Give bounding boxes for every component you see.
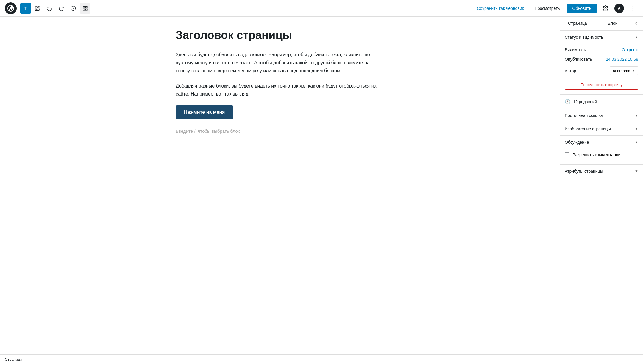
info-button[interactable] — [68, 3, 79, 14]
featured-image-section: Изображение страницы ▼ — [560, 122, 643, 136]
publish-row: Опубликовать 24.03.2022 10:58 — [565, 54, 638, 64]
undo-button[interactable] — [44, 3, 55, 14]
sidebar-tabs: Страница Блок × — [560, 17, 643, 31]
trash-button[interactable]: Переместить в корзину — [565, 80, 638, 90]
editor-content: Заголовок страницы Здесь вы будете добав… — [170, 29, 390, 136]
status-visibility-title: Статус и видимость — [565, 35, 603, 40]
block-placeholder[interactable]: Введите /, чтобы выбрать блок — [176, 126, 384, 136]
discussion-content: Разрешить комментарии — [560, 149, 643, 164]
chevron-up-icon: ▲ — [635, 35, 638, 39]
attributes-title: Атрибуты страницы — [565, 169, 603, 174]
paragraph-block-2[interactable]: Добавляя разные блоки, вы будете видеть … — [176, 82, 384, 98]
preview-button[interactable]: Просмотреть — [531, 4, 564, 13]
wp-logo[interactable] — [5, 2, 17, 14]
chevron-down-icon-attrs: ▼ — [635, 169, 638, 173]
featured-image-title: Изображение страницы — [565, 126, 611, 131]
attributes-header[interactable]: Атрибуты страницы ▼ — [560, 165, 643, 178]
permalink-title: Постоянная ссылка — [565, 113, 603, 118]
chevron-down-icon-permalink: ▼ — [635, 113, 638, 118]
user-avatar-button[interactable]: A — [614, 4, 624, 13]
more-options-button[interactable]: ⋮ — [628, 3, 638, 14]
status-visibility-section: Статус и видимость ▲ Видимость Открыто О… — [560, 31, 643, 95]
status-visibility-header[interactable]: Статус и видимость ▲ — [560, 31, 643, 44]
svg-point-7 — [605, 7, 606, 9]
paragraph-block-1[interactable]: Здесь вы будете добавлять содержимое. На… — [176, 51, 384, 75]
redo-button[interactable] — [56, 3, 67, 14]
author-row: Автор username ▼ — [565, 64, 638, 77]
chevron-up-icon-discussion: ▲ — [635, 140, 638, 144]
tools-button[interactable] — [80, 3, 90, 14]
toolbar-right: Сохранить как черновик Просмотреть Обнов… — [473, 3, 638, 14]
main-area: Заголовок страницы Здесь вы будете добав… — [0, 17, 643, 354]
svg-rect-3 — [83, 6, 85, 8]
visibility-label: Видимость — [565, 47, 586, 52]
discussion-header[interactable]: Обсуждение ▲ — [560, 136, 643, 149]
toolbar-left: + — [20, 3, 90, 14]
save-draft-button[interactable]: Сохранить как черновик — [473, 4, 527, 13]
sidebar: Страница Блок × Статус и видимость ▲ Вид… — [560, 17, 643, 354]
permalink-header[interactable]: Постоянная ссылка ▼ — [560, 109, 643, 122]
button-block: Нажмите на меня — [176, 105, 384, 119]
status-visibility-content: Видимость Открыто Опубликовать 24.03.202… — [560, 44, 643, 94]
author-name: username — [613, 68, 630, 73]
comments-row: Разрешить комментарии — [565, 150, 638, 160]
footer-label: Страница — [5, 357, 22, 362]
footer-bar: Страница — [0, 354, 643, 364]
discussion-title: Обсуждение — [565, 140, 589, 145]
revisions-label: 12 редакций — [573, 99, 597, 104]
plus-icon: + — [24, 5, 27, 12]
discussion-section: Обсуждение ▲ Разрешить комментарии — [560, 136, 643, 165]
visibility-value[interactable]: Открыто — [622, 47, 638, 52]
svg-rect-4 — [86, 6, 87, 8]
tab-block[interactable]: Блок — [595, 17, 630, 30]
chevron-down-icon-image: ▼ — [635, 127, 638, 131]
author-label: Автор — [565, 68, 576, 73]
editor-button[interactable]: Нажмите на меня — [176, 105, 233, 119]
tab-page[interactable]: Страница — [560, 17, 595, 30]
comments-label: Разрешить комментарии — [572, 152, 620, 157]
author-select[interactable]: username ▼ — [610, 66, 638, 75]
toolbar: + Сохранить как черновик Просмотреть Обн… — [0, 0, 643, 17]
close-sidebar-button[interactable]: × — [630, 18, 642, 29]
clock-icon: 🕐 — [565, 99, 571, 104]
page-title[interactable]: Заголовок страницы — [176, 29, 384, 42]
publish-label: Опубликовать — [565, 57, 592, 62]
svg-rect-5 — [86, 9, 87, 10]
revisions-row[interactable]: 🕐 12 редакций — [560, 95, 643, 109]
publish-value[interactable]: 24.03.2022 10:58 — [606, 57, 638, 62]
attributes-section: Атрибуты страницы ▼ — [560, 165, 643, 178]
editor-area[interactable]: Заголовок страницы Здесь вы будете добав… — [0, 17, 560, 354]
permalink-section: Постоянная ссылка ▼ — [560, 109, 643, 122]
add-block-button[interactable]: + — [20, 3, 31, 14]
update-button[interactable]: Обновить — [567, 4, 597, 13]
svg-rect-6 — [83, 9, 85, 10]
visibility-row: Видимость Открыто — [565, 45, 638, 54]
settings-button[interactable] — [600, 3, 611, 14]
edit-button[interactable] — [32, 3, 43, 14]
comments-checkbox[interactable] — [565, 152, 569, 157]
chevron-down-icon: ▼ — [632, 69, 635, 72]
featured-image-header[interactable]: Изображение страницы ▼ — [560, 122, 643, 135]
